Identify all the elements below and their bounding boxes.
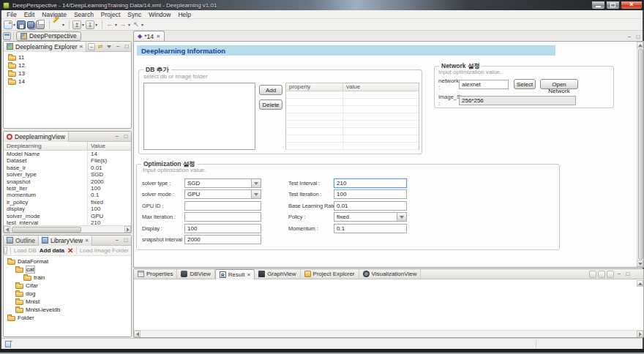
collapse-all-icon[interactable]: − <box>88 43 95 50</box>
menu-navigate[interactable]: Navigate <box>38 11 70 18</box>
link-with-editor-icon[interactable]: ⇄ <box>97 43 104 50</box>
table-row[interactable] <box>286 106 419 113</box>
horizontal-scrollbar-thumb[interactable] <box>12 227 81 233</box>
perspective-tab-deepperspective[interactable]: DeepPerspective <box>16 31 81 41</box>
window-minimize-button[interactable] <box>591 1 605 10</box>
new-button[interactable]: ▾ <box>4 20 15 29</box>
add-button[interactable]: Add <box>259 85 282 95</box>
pin-view-icon[interactable] <box>589 271 596 278</box>
tab-visualizationview[interactable]: VisualizationView <box>359 269 422 279</box>
horizontal-scrollbar[interactable] <box>4 225 131 233</box>
library-item-mnist[interactable]: Mnist <box>4 298 131 306</box>
gpu-id-field[interactable] <box>184 201 261 211</box>
maximize-view-icon[interactable]: □ <box>123 43 130 50</box>
db-list[interactable] <box>143 83 255 150</box>
maximize-view-icon[interactable]: □ <box>122 237 130 244</box>
column-header-value[interactable]: value <box>343 83 360 91</box>
tab-properties[interactable]: Properties <box>134 269 177 279</box>
menu-file[interactable]: File <box>3 11 20 18</box>
wand-button[interactable]: ▾ <box>53 20 64 29</box>
refresh-icon[interactable] <box>4 246 7 255</box>
close-icon[interactable]: × <box>80 43 83 50</box>
window-maximize-button[interactable] <box>606 1 620 10</box>
close-icon[interactable]: × <box>247 271 250 278</box>
policy-select[interactable]: fixed <box>334 212 407 222</box>
explorer-item-12[interactable]: 12 <box>4 61 131 69</box>
editor-vertical-scrollbar[interactable] <box>637 42 643 267</box>
library-item-cifar[interactable]: Cifar <box>4 282 131 290</box>
prev-annotation-button[interactable]: ▾ <box>72 20 84 29</box>
forward-button[interactable]: ▾ <box>119 20 130 29</box>
tab-libraryview[interactable]: LibraryView × <box>39 236 92 246</box>
column-header-deeplearning[interactable]: Deeplearning <box>4 142 88 150</box>
menu-window[interactable]: Window <box>145 11 174 18</box>
network-field[interactable] <box>459 80 509 89</box>
load-db-button[interactable]: Load DB <box>14 247 37 254</box>
menu-project[interactable]: Project <box>97 11 124 18</box>
table-row[interactable] <box>286 91 419 99</box>
editor-tab-14[interactable]: ◆ *14 × <box>133 31 165 41</box>
test-interval-field[interactable] <box>334 178 407 188</box>
maximize-view-icon[interactable]: □ <box>624 271 632 278</box>
last-edit-button[interactable]: ▾ <box>132 20 143 29</box>
column-header-value[interactable]: Value <box>88 142 105 150</box>
table-row[interactable]: DatasetFile(s) <box>4 157 131 164</box>
explorer-item-13[interactable]: 13 <box>4 69 131 78</box>
table-row[interactable]: Model Name14 <box>4 151 131 157</box>
tab-graphview[interactable]: GraphView <box>255 269 300 279</box>
horizontal-scrollbar[interactable] <box>134 330 643 337</box>
minimize-view-icon[interactable]: − <box>615 271 623 278</box>
tab-outline[interactable]: Outline <box>4 236 39 246</box>
maximize-view-icon[interactable]: □ <box>122 133 130 140</box>
table-row[interactable]: display100 <box>4 206 131 212</box>
table-row[interactable] <box>286 113 419 121</box>
library-item-mnist-leveldb[interactable]: Mnist-leveldb <box>4 306 131 314</box>
menu-edit[interactable]: Edit <box>20 11 39 18</box>
table-row[interactable] <box>286 121 419 128</box>
next-annotation-button[interactable]: ▾ <box>86 20 97 29</box>
explorer-item-11[interactable]: 11 <box>4 53 131 61</box>
test-iteration-field[interactable] <box>334 189 407 199</box>
menu-sync[interactable]: Sync <box>124 11 145 18</box>
display-field[interactable] <box>184 224 261 233</box>
library-item-train[interactable]: train <box>4 274 131 282</box>
table-row[interactable] <box>286 99 419 106</box>
tab-deeplearning-explorer[interactable]: Deeplearning Explorer × <box>4 42 86 52</box>
library-item-dataformat[interactable]: DataFormat <box>4 257 131 266</box>
add-data-button[interactable]: Add data <box>40 247 64 254</box>
solver-mode-select[interactable]: GPU <box>184 189 261 199</box>
library-item-folder[interactable]: Folder <box>4 314 131 322</box>
table-row[interactable]: test_interval210 <box>4 219 131 225</box>
max-iteration-field[interactable] <box>184 212 261 222</box>
save-all-button[interactable] <box>27 21 34 29</box>
select-button[interactable]: Select <box>514 79 536 89</box>
table-row[interactable]: momentum0.1 <box>4 192 131 198</box>
tab-project-explorer[interactable]: Project Explorer <box>301 269 359 279</box>
table-row[interactable] <box>286 135 419 143</box>
base-learning-rate-field[interactable] <box>334 201 407 211</box>
tab-deeplearningview[interactable]: DeeplearningView <box>4 132 69 142</box>
menu-help[interactable]: Help <box>174 11 194 18</box>
table-row[interactable] <box>286 128 419 135</box>
table-row[interactable]: snapshot2000 <box>4 178 131 185</box>
minimize-view-icon[interactable]: − <box>113 237 121 244</box>
close-icon[interactable]: × <box>157 33 160 39</box>
table-row[interactable]: test_iter100 <box>4 185 131 192</box>
view-menu-icon[interactable] <box>105 43 113 50</box>
vertical-scrollbar-thumb[interactable] <box>638 49 643 260</box>
table-row[interactable]: solver_modeGPU <box>4 213 131 219</box>
window-close-button[interactable]: × <box>621 1 643 10</box>
table-row[interactable]: solver_typeSGD <box>4 171 131 178</box>
minimize-editor-icon[interactable]: − <box>626 34 633 41</box>
tab-dbview[interactable]: DBView <box>177 269 214 279</box>
table-row[interactable]: base_lr0.01 <box>4 165 131 171</box>
column-header-property[interactable]: property <box>286 83 343 91</box>
new-view-icon[interactable] <box>598 271 605 278</box>
library-item-cat[interactable]: cat <box>4 266 131 274</box>
snapshot-interval-field[interactable] <box>184 235 261 244</box>
momentum-field[interactable] <box>334 224 407 233</box>
minimize-view-icon[interactable]: − <box>114 43 121 50</box>
menu-search[interactable]: Search <box>70 11 97 18</box>
minimize-view-icon[interactable]: − <box>113 133 121 140</box>
solver-type-select[interactable]: SGD <box>184 178 261 188</box>
